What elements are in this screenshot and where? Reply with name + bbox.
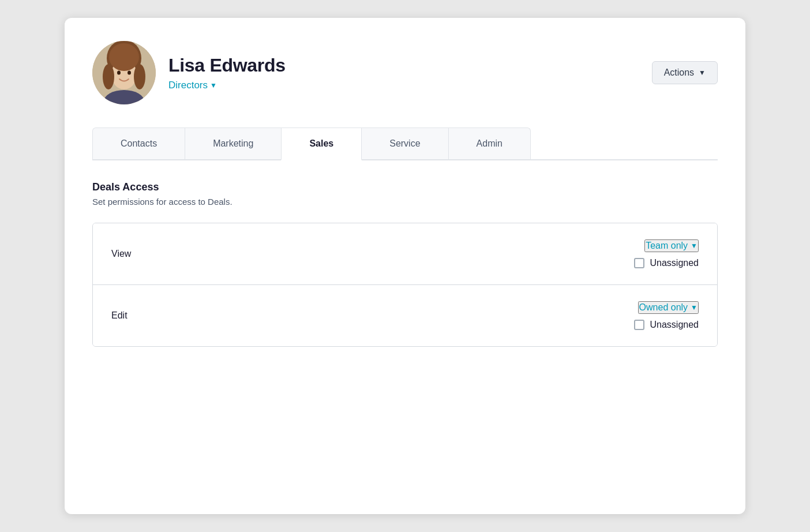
actions-label: Actions xyxy=(664,68,694,78)
chevron-down-icon: ▼ xyxy=(691,304,697,312)
permission-row-view: View Team only ▼ Unassigned xyxy=(93,223,717,284)
header-left: Lisa Edwards Directors ▼ xyxy=(92,41,286,104)
edit-unassigned-checkbox[interactable] xyxy=(634,320,644,330)
svg-point-6 xyxy=(117,71,121,75)
permission-controls-edit: Owned only ▼ Unassigned xyxy=(634,301,699,330)
view-scope-label: Team only xyxy=(646,241,688,251)
edit-unassigned-row: Unassigned xyxy=(634,320,699,330)
svg-point-3 xyxy=(103,64,114,89)
chevron-down-icon: ▼ xyxy=(699,69,706,77)
edit-scope-label: Owned only xyxy=(639,302,688,313)
tab-admin[interactable]: Admin xyxy=(448,128,531,159)
view-unassigned-row: Unassigned xyxy=(634,258,699,268)
permissions-table: View Team only ▼ Unassigned Edit Owned o… xyxy=(92,223,718,347)
tab-marketing[interactable]: Marketing xyxy=(185,128,282,159)
svg-point-5 xyxy=(109,43,139,71)
section-title: Deals Access xyxy=(92,181,718,193)
permission-controls-view: Team only ▼ Unassigned xyxy=(634,239,699,268)
tab-service[interactable]: Service xyxy=(361,128,448,159)
team-label: Directors xyxy=(168,80,208,91)
edit-scope-dropdown[interactable]: Owned only ▼ xyxy=(638,301,699,314)
header: Lisa Edwards Directors ▼ Actions ▼ xyxy=(92,41,718,104)
tabs-bar: Contacts Marketing Sales Service Admin xyxy=(92,128,718,160)
svg-point-7 xyxy=(127,71,131,75)
team-dropdown[interactable]: Directors ▼ xyxy=(168,80,217,91)
avatar xyxy=(92,41,156,104)
permission-label-edit: Edit xyxy=(111,310,127,321)
main-card: Lisa Edwards Directors ▼ Actions ▼ Conta… xyxy=(65,18,745,514)
svg-point-4 xyxy=(134,64,145,89)
view-scope-dropdown[interactable]: Team only ▼ xyxy=(644,239,699,252)
view-unassigned-checkbox[interactable] xyxy=(634,258,644,268)
header-info: Lisa Edwards Directors ▼ xyxy=(168,55,286,91)
section-description: Set permissions for access to Deals. xyxy=(92,197,718,207)
edit-unassigned-label: Unassigned xyxy=(650,320,699,330)
view-unassigned-label: Unassigned xyxy=(650,258,699,268)
permission-row-edit: Edit Owned only ▼ Unassigned xyxy=(93,284,717,346)
chevron-down-icon: ▼ xyxy=(691,242,697,250)
chevron-down-icon: ▼ xyxy=(210,81,217,89)
tab-sales[interactable]: Sales xyxy=(281,128,362,160)
permission-label-view: View xyxy=(111,249,131,259)
user-name: Lisa Edwards xyxy=(168,55,286,76)
tab-contacts[interactable]: Contacts xyxy=(92,128,185,159)
actions-button[interactable]: Actions ▼ xyxy=(652,61,718,84)
